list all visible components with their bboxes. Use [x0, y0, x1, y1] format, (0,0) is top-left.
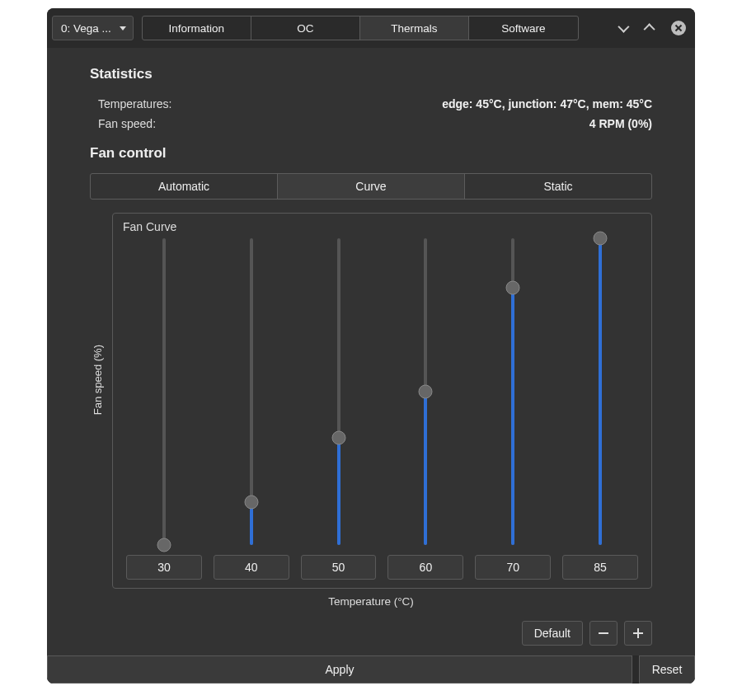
window-menu-up-button[interactable]	[639, 16, 662, 40]
stat-value: edge: 45°C, junction: 47°C, mem: 45°C	[442, 97, 652, 110]
temperature-input[interactable]: 50	[301, 555, 377, 580]
fan-curve-slider: 85	[562, 238, 638, 580]
chevron-up-icon	[644, 23, 655, 35]
slider-track-area[interactable]	[301, 238, 377, 545]
chevron-down-icon	[120, 26, 126, 31]
stat-label: Temperatures:	[98, 97, 171, 110]
slider-thumb[interactable]	[506, 281, 520, 295]
minus-icon	[599, 632, 608, 634]
apply-button[interactable]: Apply	[47, 655, 632, 684]
fan-mode-automatic[interactable]: Automatic	[91, 174, 278, 199]
chevron-down-icon	[618, 21, 629, 33]
fan-curve-title: Fan Curve	[121, 220, 643, 233]
slider-track	[162, 238, 166, 545]
tab-software[interactable]: Software	[469, 16, 578, 40]
stat-label: Fan speed:	[98, 117, 156, 130]
tab-information[interactable]: Information	[143, 16, 251, 40]
x-axis-label: Temperature (°C)	[90, 589, 652, 609]
device-select-label: 0: Vega ...	[61, 22, 111, 35]
temperature-input[interactable]: 40	[214, 555, 289, 580]
fan-curve-sliders: 304050607085	[121, 233, 643, 580]
statistics-heading: Statistics	[90, 66, 652, 82]
stat-row-temperatures: Temperatures: edge: 45°C, junction: 47°C…	[90, 94, 652, 114]
slider-thumb[interactable]	[331, 431, 345, 445]
fan-curve-slider: 50	[301, 238, 377, 580]
fan-curve-slider: 30	[126, 238, 202, 580]
temperature-input[interactable]: 85	[562, 555, 638, 580]
fan-control-heading: Fan control	[90, 145, 652, 162]
add-point-button[interactable]	[624, 621, 652, 646]
fan-curve-slider: 40	[214, 238, 289, 580]
slider-track-area[interactable]	[562, 238, 638, 545]
fan-mode-segmented-control: Automatic Curve Static	[90, 173, 652, 200]
titlebar: 0: Vega ... Information OC Thermals Soft…	[47, 8, 695, 48]
stat-value: 4 RPM (0%)	[589, 117, 652, 130]
main-tabbar: Information OC Thermals Software	[142, 16, 579, 40]
fan-curve-slider: 70	[475, 238, 551, 580]
bottom-action-bar: Apply Reset	[47, 655, 695, 684]
fan-curve-area: Fan speed (%) Fan Curve 304050607085	[90, 213, 652, 589]
close-button[interactable]	[667, 16, 690, 40]
slider-fill	[337, 438, 340, 545]
slider-thumb[interactable]	[419, 385, 433, 399]
content-area: Statistics Temperatures: edge: 45°C, jun…	[47, 48, 695, 655]
slider-fill	[511, 288, 514, 545]
slider-track-area[interactable]	[214, 238, 289, 545]
temperature-input[interactable]: 70	[475, 555, 551, 580]
window-menu-down-button[interactable]	[611, 16, 634, 40]
curve-actions-row: Default	[90, 609, 652, 655]
default-button[interactable]: Default	[522, 621, 583, 646]
slider-track-area[interactable]	[475, 238, 551, 545]
slider-fill	[424, 392, 427, 545]
fan-mode-static[interactable]: Static	[465, 174, 651, 199]
reset-button[interactable]: Reset	[639, 655, 695, 684]
tab-thermals[interactable]: Thermals	[360, 16, 469, 40]
y-axis-label: Fan speed (%)	[90, 345, 106, 415]
slider-track-area[interactable]	[387, 238, 463, 545]
fan-curve-box: Fan Curve 304050607085	[112, 213, 652, 589]
window: 0: Vega ... Information OC Thermals Soft…	[47, 8, 695, 684]
temperature-input[interactable]: 30	[126, 555, 202, 580]
plus-icon	[633, 628, 643, 638]
close-icon	[671, 21, 686, 35]
slider-thumb[interactable]	[594, 232, 608, 246]
slider-fill	[599, 238, 602, 545]
slider-thumb[interactable]	[244, 496, 258, 510]
stat-row-fan-speed: Fan speed: 4 RPM (0%)	[90, 114, 652, 134]
device-select-dropdown[interactable]: 0: Vega ...	[52, 16, 134, 40]
fan-curve-slider: 60	[387, 238, 463, 580]
slider-track-area[interactable]	[126, 238, 202, 545]
slider-thumb[interactable]	[157, 538, 171, 552]
remove-point-button[interactable]	[589, 621, 618, 646]
temperature-input[interactable]: 60	[387, 555, 463, 580]
tab-oc[interactable]: OC	[251, 16, 360, 40]
fan-mode-curve[interactable]: Curve	[278, 174, 465, 199]
